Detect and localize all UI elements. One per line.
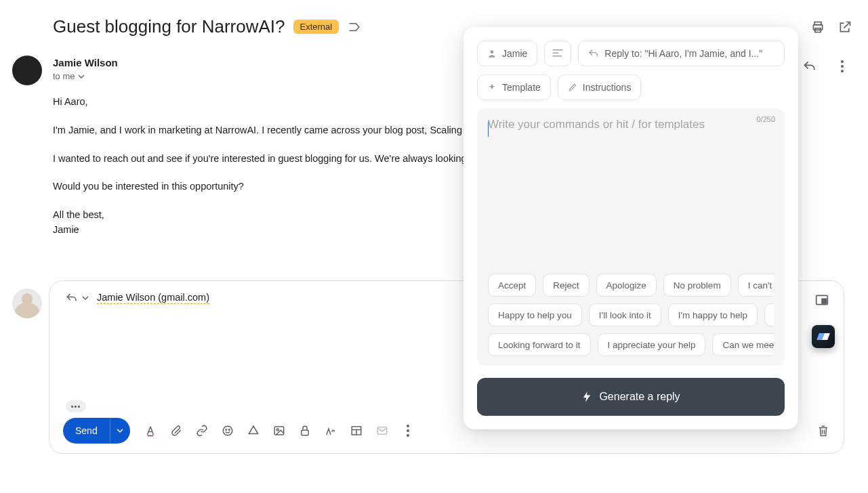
suggestion-chip[interactable]: Looking forward to it bbox=[488, 333, 591, 356]
ai-assist-panel: Jamie Reply to: "Hi Aaro, I'm Jamie, and… bbox=[463, 27, 798, 429]
suggestion-chip[interactable]: Glad to hea bbox=[764, 303, 774, 326]
recipient-chip-label: Jamie bbox=[502, 48, 527, 59]
send-label[interactable]: Send bbox=[63, 418, 110, 444]
reply-context-chip[interactable]: Reply to: "Hi Aaro, I'm Jamie, and I..." bbox=[578, 41, 785, 66]
generate-reply-button[interactable]: Generate a reply bbox=[477, 378, 785, 416]
suggestions: Accept Reject Apologize No problem I can… bbox=[488, 265, 774, 356]
insert-image-icon[interactable] bbox=[272, 424, 286, 437]
bolt-icon bbox=[581, 391, 592, 403]
suggestions-row-1: Accept Reject Apologize No problem I can… bbox=[488, 274, 774, 297]
my-avatar[interactable] bbox=[12, 288, 42, 318]
emoji-icon[interactable] bbox=[221, 424, 234, 437]
suggestion-chip[interactable]: I'm happy to help bbox=[668, 303, 758, 326]
suggestions-row-3: Looking forward to it I appreciate your … bbox=[488, 333, 774, 356]
svg-point-8 bbox=[223, 426, 232, 435]
show-trimmed-content[interactable]: ••• bbox=[66, 400, 86, 412]
sender-avatar[interactable] bbox=[12, 56, 42, 85]
recipients-summary[interactable]: to me bbox=[53, 71, 118, 81]
popout-composer-icon[interactable] bbox=[815, 293, 829, 307]
person-icon bbox=[487, 49, 497, 58]
suggestion-chip[interactable]: Apologize bbox=[596, 274, 657, 297]
suggestion-chip[interactable]: No problem bbox=[663, 274, 731, 297]
send-button[interactable]: Send bbox=[63, 418, 130, 444]
extension-launcher-icon[interactable] bbox=[812, 325, 835, 348]
text-cursor bbox=[488, 122, 489, 137]
align-chip[interactable] bbox=[544, 41, 571, 66]
reply-type-selector[interactable] bbox=[66, 293, 89, 303]
svg-point-18 bbox=[407, 434, 409, 437]
suggestion-chip[interactable]: I appreciate your help bbox=[598, 333, 706, 356]
open-new-window-icon[interactable] bbox=[838, 20, 852, 34]
suggestion-chip[interactable]: Reject bbox=[543, 274, 589, 297]
reply-context-text: Reply to: "Hi Aaro, I'm Jamie, and I..." bbox=[604, 48, 762, 59]
recipient-chip[interactable]: Jamie Wilson (gmail.com) bbox=[97, 292, 209, 304]
more-vert-icon[interactable] bbox=[401, 424, 415, 437]
template-chip-label: Template bbox=[502, 82, 541, 93]
layout-icon[interactable] bbox=[350, 424, 363, 437]
svg-rect-13 bbox=[301, 430, 308, 435]
svg-point-16 bbox=[407, 425, 409, 427]
suggestion-chip[interactable]: Happy to help you bbox=[488, 303, 582, 326]
instructions-chip-label: Instructions bbox=[583, 82, 632, 93]
svg-point-10 bbox=[228, 429, 230, 431]
svg-point-12 bbox=[276, 429, 278, 431]
suggestion-chip[interactable]: I'll look into it bbox=[589, 303, 661, 326]
print-icon[interactable] bbox=[811, 20, 825, 34]
email-subject: Guest blogging for NarrowAI? bbox=[53, 16, 285, 37]
chevron-down-icon bbox=[82, 295, 89, 301]
label-icon[interactable] bbox=[348, 22, 360, 33]
char-count: 0/250 bbox=[756, 115, 775, 123]
send-options-dropdown[interactable] bbox=[110, 418, 130, 444]
instructions-chip[interactable]: Instructions bbox=[558, 74, 642, 100]
sparkle-icon bbox=[487, 83, 497, 92]
suggestion-chip[interactable]: Accept bbox=[488, 274, 536, 297]
svg-point-9 bbox=[226, 429, 227, 431]
confidential-icon[interactable] bbox=[298, 424, 312, 437]
attach-icon[interactable] bbox=[169, 424, 183, 437]
svg-point-5 bbox=[841, 70, 844, 72]
svg-rect-7 bbox=[822, 299, 827, 303]
discard-draft-icon[interactable] bbox=[817, 424, 830, 437]
suggestion-chip[interactable]: I can't help bbox=[738, 274, 774, 297]
message-meta: Jamie Wilson to me bbox=[53, 57, 118, 81]
reply-arrow-icon bbox=[66, 293, 78, 303]
prompt-box: 0/250 Accept Reject Apologize No problem… bbox=[477, 108, 785, 366]
reply-icon bbox=[588, 49, 599, 58]
sender-name[interactable]: Jamie Wilson bbox=[53, 57, 118, 68]
template-chip[interactable]: Template bbox=[477, 74, 551, 100]
chevron-down-icon bbox=[78, 73, 85, 80]
drive-icon[interactable] bbox=[247, 424, 260, 437]
suggestion-chip[interactable]: Can we meet to discus bbox=[712, 333, 774, 356]
align-left-icon bbox=[552, 49, 564, 58]
message-actions bbox=[803, 60, 849, 73]
svg-point-4 bbox=[841, 65, 844, 68]
svg-point-17 bbox=[407, 429, 409, 432]
more-vert-icon[interactable] bbox=[835, 60, 849, 73]
insert-link-icon[interactable] bbox=[195, 424, 209, 437]
prompt-input[interactable] bbox=[488, 118, 774, 145]
svg-rect-11 bbox=[274, 427, 284, 435]
to-label: to me bbox=[53, 71, 75, 81]
generate-reply-label: Generate a reply bbox=[599, 391, 680, 403]
svg-point-19 bbox=[491, 50, 494, 53]
svg-point-3 bbox=[841, 60, 844, 63]
signature-icon[interactable] bbox=[324, 424, 337, 437]
reply-icon[interactable] bbox=[803, 60, 817, 73]
mail-icon[interactable] bbox=[375, 424, 389, 437]
recipient-chip[interactable]: Jamie bbox=[477, 41, 537, 66]
format-text-icon[interactable] bbox=[144, 424, 157, 437]
external-badge: External bbox=[293, 20, 339, 34]
suggestions-row-2: Happy to help you I'll look into it I'm … bbox=[488, 303, 774, 326]
pencil-icon bbox=[568, 83, 577, 92]
